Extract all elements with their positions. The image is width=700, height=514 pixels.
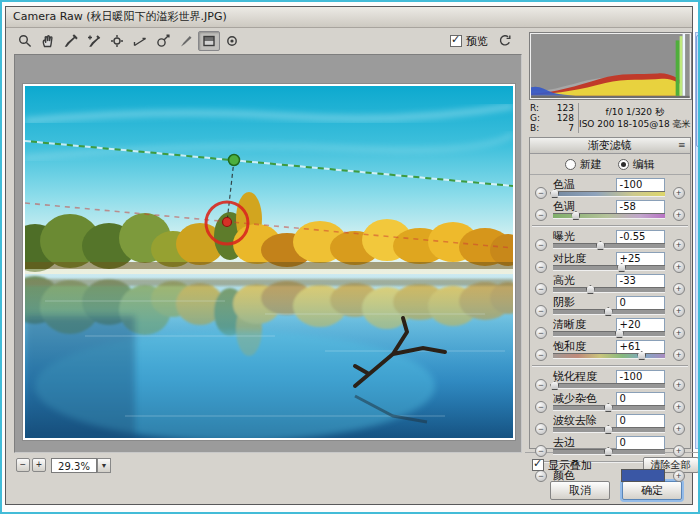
decrease-button[interactable]: − bbox=[535, 327, 547, 339]
hand-tool[interactable] bbox=[37, 31, 59, 51]
slider-track[interactable] bbox=[553, 353, 665, 359]
slider-track[interactable] bbox=[553, 383, 665, 389]
decrease-button[interactable]: − bbox=[535, 209, 547, 221]
rotate-right-button[interactable] bbox=[494, 31, 516, 51]
radio-dot[interactable] bbox=[565, 159, 576, 170]
slider-track[interactable] bbox=[553, 243, 665, 249]
slider-value[interactable]: 0 bbox=[616, 414, 665, 428]
graduated-filter-tool[interactable] bbox=[198, 31, 220, 51]
decrease-button[interactable]: − bbox=[535, 349, 547, 361]
slider-thumb[interactable] bbox=[596, 241, 605, 250]
decrease-button[interactable]: − bbox=[535, 187, 547, 199]
increase-button[interactable]: + bbox=[673, 327, 685, 339]
zoom-in-button[interactable]: + bbox=[32, 458, 46, 472]
slider-thumb[interactable] bbox=[604, 307, 613, 316]
mode-radio-编辑[interactable]: 编辑 bbox=[618, 157, 655, 172]
radio-label: 新建 bbox=[580, 157, 602, 172]
increase-button[interactable]: + bbox=[673, 261, 685, 273]
photo-image bbox=[25, 86, 513, 438]
slider-track[interactable] bbox=[553, 309, 665, 315]
zoom-out-button[interactable]: − bbox=[16, 458, 30, 472]
slider-thumb[interactable] bbox=[637, 351, 646, 360]
decrease-button[interactable]: − bbox=[535, 470, 547, 482]
white-balance-tool[interactable] bbox=[60, 31, 82, 51]
increase-button[interactable]: + bbox=[673, 283, 685, 295]
radio-dot[interactable] bbox=[618, 159, 629, 170]
increase-button[interactable]: + bbox=[673, 209, 685, 221]
slider-thumb[interactable] bbox=[604, 425, 613, 434]
decrease-button[interactable]: − bbox=[535, 305, 547, 317]
decrease-button[interactable]: − bbox=[535, 239, 547, 251]
increase-button[interactable]: + bbox=[673, 470, 685, 482]
spot-removal-icon bbox=[155, 33, 171, 49]
slider-track[interactable] bbox=[553, 213, 665, 219]
decrease-button[interactable]: − bbox=[535, 261, 547, 273]
increase-button[interactable]: + bbox=[673, 445, 685, 457]
slider-value[interactable]: +25 bbox=[616, 252, 665, 266]
mode-radio-新建[interactable]: 新建 bbox=[565, 157, 602, 172]
slider-value[interactable]: -58 bbox=[616, 200, 665, 214]
toolbar: 预览 bbox=[6, 28, 522, 54]
decrease-button[interactable]: − bbox=[535, 445, 547, 457]
color-sampler-tool[interactable] bbox=[83, 31, 105, 51]
slider-value[interactable]: -33 bbox=[616, 274, 665, 288]
slider-value[interactable]: -0.55 bbox=[616, 230, 665, 244]
straighten-tool[interactable] bbox=[129, 31, 151, 51]
slider-thumb[interactable] bbox=[604, 403, 613, 412]
panel-scrollbar-thumb[interactable] bbox=[696, 35, 700, 147]
slider-track[interactable] bbox=[553, 427, 665, 433]
color-label: 颜色 bbox=[553, 470, 575, 481]
slider-thumb[interactable] bbox=[617, 263, 626, 272]
increase-button[interactable]: + bbox=[673, 239, 685, 251]
slider-track[interactable] bbox=[553, 405, 665, 411]
rgb-row: B:7 bbox=[530, 123, 574, 133]
slider-value[interactable]: 0 bbox=[616, 436, 665, 450]
slider-value[interactable]: +20 bbox=[616, 318, 665, 332]
slider-value[interactable]: 0 bbox=[616, 296, 665, 310]
increase-button[interactable]: + bbox=[673, 187, 685, 199]
adjustment-brush-tool[interactable] bbox=[175, 31, 197, 51]
slider-thumb[interactable] bbox=[550, 189, 559, 198]
zoom-tool[interactable] bbox=[14, 31, 36, 51]
show-overlay-checkbox[interactable] bbox=[532, 459, 544, 471]
slider-track[interactable] bbox=[553, 287, 665, 293]
slider-thumb[interactable] bbox=[586, 285, 595, 294]
slider-label: 对比度 bbox=[553, 253, 586, 264]
color-row: −颜色+ bbox=[533, 466, 687, 486]
slider-value[interactable]: 0 bbox=[616, 392, 665, 406]
slider-value[interactable]: -100 bbox=[616, 178, 665, 192]
increase-button[interactable]: + bbox=[673, 349, 685, 361]
color-swatch[interactable] bbox=[621, 469, 665, 482]
increase-button[interactable]: + bbox=[673, 379, 685, 391]
slider-track[interactable] bbox=[553, 449, 665, 455]
targeted-adjustment-tool[interactable] bbox=[106, 31, 128, 51]
decrease-button[interactable]: − bbox=[535, 283, 547, 295]
panel-menu-icon[interactable]: ≡ bbox=[678, 138, 686, 153]
dialog-body: 预览 bbox=[6, 28, 692, 477]
slider-thumb[interactable] bbox=[604, 447, 613, 456]
slider-thumb[interactable] bbox=[615, 329, 624, 338]
photo[interactable] bbox=[23, 84, 515, 440]
slider-value[interactable]: +61 bbox=[616, 340, 665, 354]
decrease-button[interactable]: − bbox=[535, 423, 547, 435]
hand-icon bbox=[40, 33, 56, 49]
slider-thumb[interactable] bbox=[571, 211, 580, 220]
spot-removal-tool[interactable] bbox=[152, 31, 174, 51]
slider-value[interactable]: -100 bbox=[616, 370, 665, 384]
slider-thumb[interactable] bbox=[550, 381, 559, 390]
increase-button[interactable]: + bbox=[673, 305, 685, 317]
increase-button[interactable]: + bbox=[673, 401, 685, 413]
zoom-level-value[interactable]: 29.3% bbox=[51, 458, 97, 473]
preview-checkbox[interactable] bbox=[450, 35, 462, 47]
slider-track[interactable] bbox=[553, 331, 665, 337]
increase-button[interactable]: + bbox=[673, 423, 685, 435]
slider-track[interactable] bbox=[553, 191, 665, 197]
zoom-level-dropdown[interactable]: ▼ bbox=[97, 458, 111, 473]
red-eye-tool[interactable] bbox=[221, 31, 243, 51]
panel-scrollbar[interactable] bbox=[695, 32, 700, 449]
decrease-button[interactable]: − bbox=[535, 379, 547, 391]
slider-track[interactable] bbox=[553, 265, 665, 271]
preview-area[interactable] bbox=[14, 54, 522, 453]
preview-toggle[interactable]: 预览 bbox=[450, 34, 488, 49]
decrease-button[interactable]: − bbox=[535, 401, 547, 413]
